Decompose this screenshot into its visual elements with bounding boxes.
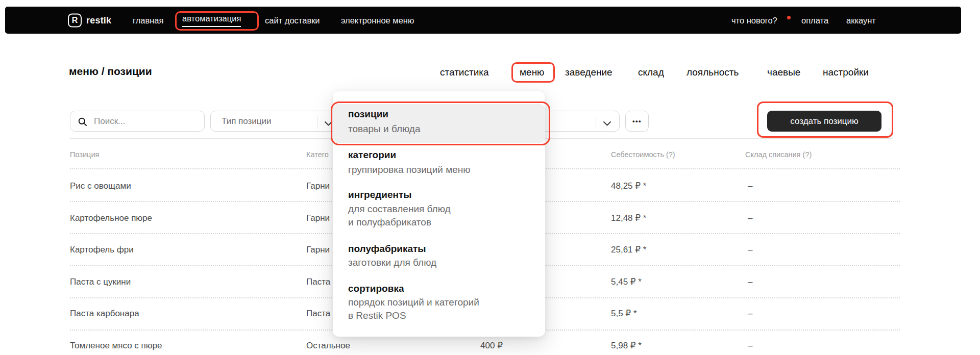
popup-item-title: позиции — [348, 108, 388, 120]
cell-price: 400 ₽ — [426, 339, 503, 352]
topnav-item-sajt-dostavki[interactable]: сайт доставки — [265, 15, 320, 25]
whats-new-dot-icon — [787, 16, 791, 19]
tab-nastrojki[interactable]: настройки — [823, 67, 869, 78]
brand-logo[interactable]: R restik — [68, 13, 111, 27]
cell-category: Паста — [306, 307, 330, 320]
cell-writeoff: – — [748, 212, 752, 225]
select-divider — [596, 116, 596, 128]
cell-category: Гарни — [306, 243, 330, 257]
cell-position: Рис с овощами — [70, 180, 131, 193]
breadcrumb: меню / позиции — [69, 65, 152, 78]
cell-cost: 5,45 ₽ * — [611, 275, 642, 289]
popup-item-subtitle[interactable]: группировка позиций меню — [348, 163, 471, 176]
chevron-down-icon — [603, 119, 611, 129]
cell-cost: 12,48 ₽ * — [611, 212, 646, 225]
select-divider — [317, 116, 317, 128]
cell-category: Гарни — [306, 180, 330, 193]
cell-position: Картофель фри — [70, 243, 134, 257]
popup-item-subtitle[interactable]: товары и блюда — [348, 122, 421, 136]
chevron-down-icon — [324, 119, 333, 129]
cell-cost: 25,61 ₽ * — [611, 243, 646, 257]
popup-item-title: ингредиенты — [348, 189, 412, 201]
popup-item-title: сортировка — [348, 283, 404, 295]
table-row[interactable]: Томленое мясо с пюре Остальное 400 ₽ 5,9… — [0, 339, 980, 352]
menu-dropdown-popup: позиции товары и блюда категории группир… — [333, 91, 545, 337]
popup-item-subtitle[interactable]: заготовки для блюд — [348, 256, 436, 269]
popup-item-pozicii[interactable]: позиции — [348, 108, 388, 120]
popup-item-ingredienty[interactable]: ингредиенты — [348, 189, 412, 201]
cell-category: Остальное — [306, 339, 350, 352]
cell-position: Картофельное пюре — [70, 212, 152, 225]
tab-statistika[interactable]: статистика — [440, 67, 489, 78]
cell-writeoff: – — [748, 243, 752, 257]
popup-item-polufabrikaty[interactable]: полуфабрикаты — [348, 243, 426, 255]
topnav-item-oplata[interactable]: оплата — [801, 15, 828, 25]
topnav-item-glavnaya[interactable]: главная — [133, 15, 163, 25]
cell-cost: 48,25 ₽ * — [611, 180, 646, 193]
popup-item-subtitle[interactable]: порядок позиций и категорий в Restik POS — [348, 296, 479, 322]
cell-category: Гарни — [306, 212, 330, 225]
topnav-item-avtomatizaciya[interactable]: автоматизация — [182, 14, 241, 27]
create-position-button[interactable]: создать позицию — [767, 111, 881, 132]
cell-position: Паста карбонара — [70, 307, 139, 320]
tab-sklad[interactable]: склад — [638, 67, 664, 78]
brand-name: restik — [86, 15, 111, 26]
tab-chaevye[interactable]: чаевые — [767, 67, 800, 78]
create-position-label: создать позицию — [790, 116, 859, 126]
ellipsis-icon: ••• — [632, 117, 642, 125]
topnav-item-whats-new[interactable]: что нового? — [731, 15, 777, 25]
tab-menyu[interactable]: меню — [520, 67, 544, 78]
col-header-category: Катего — [306, 150, 329, 159]
type-filter-label: Тип позиции — [222, 116, 272, 126]
popup-item-subtitle[interactable]: для составления блюд и полуфабрикатов — [348, 202, 451, 229]
col-header-cost[interactable]: Себестоимость (?) — [611, 150, 675, 159]
more-options-button[interactable]: ••• — [625, 111, 649, 132]
cell-category: Паста — [306, 275, 330, 289]
app-screen: R restik главная автоматизация сайт дост… — [0, 0, 980, 355]
tab-zavedenie[interactable]: заведение — [565, 67, 612, 78]
topnav-item-elektronnoe-menyu[interactable]: электронное меню — [341, 15, 414, 25]
popup-item-sortirovka[interactable]: сортировка — [348, 283, 404, 295]
col-header-writeoff[interactable]: Склад списания (?) — [745, 150, 812, 159]
search-input[interactable]: Поиск... — [70, 111, 205, 132]
topbar: R restik главная автоматизация сайт дост… — [5, 7, 961, 34]
popup-item-title: полуфабрикаты — [348, 243, 426, 255]
search-icon — [78, 117, 87, 129]
cell-cost: 5,98 ₽ * — [611, 339, 642, 352]
popup-item-title: категории — [348, 149, 396, 161]
topnav-item-akkaunt[interactable]: аккаунт — [846, 15, 876, 25]
col-header-position: Позиция — [70, 150, 99, 159]
restik-logo-icon: R — [68, 13, 82, 27]
popup-item-kategorii[interactable]: категории — [348, 149, 396, 161]
cell-position: Томленое мясо с пюре — [70, 339, 162, 352]
cell-writeoff: – — [748, 180, 752, 193]
search-placeholder: Поиск... — [94, 116, 125, 126]
cell-position: Паста с цукини — [70, 275, 131, 289]
type-filter-select[interactable]: Тип позиции — [210, 111, 339, 132]
cell-writeoff: – — [748, 339, 752, 352]
cell-writeoff: – — [748, 307, 752, 320]
cell-cost: 5,5 ₽ * — [611, 307, 637, 320]
cell-writeoff: – — [748, 275, 752, 289]
tab-loyalnost[interactable]: лояльность — [687, 67, 739, 78]
